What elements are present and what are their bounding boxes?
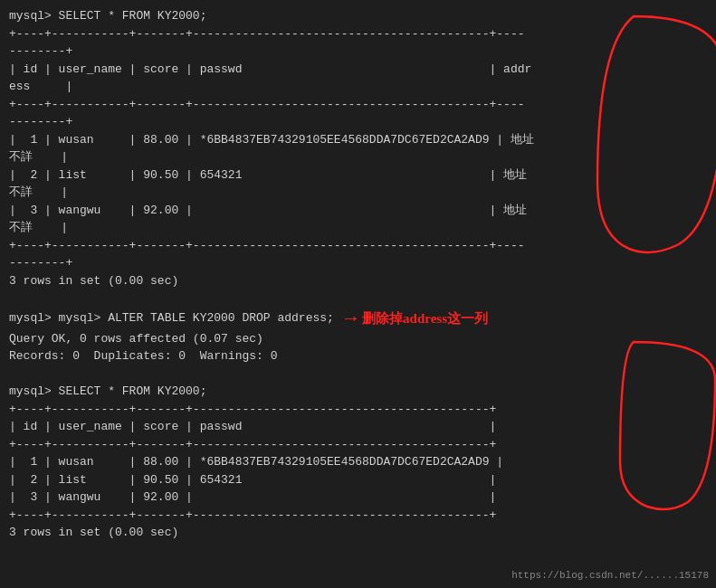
sep2-1: +----+-----------+-------+--------------… xyxy=(9,401,707,419)
annotation-arrow: → xyxy=(345,308,357,330)
line-15: --------+ xyxy=(9,254,707,272)
line-12: | 3 | wangwu | 92.00 | | 地址 xyxy=(9,202,707,220)
header2: | id | user_name | score | passwd | xyxy=(9,418,707,436)
line-blank1 xyxy=(9,289,707,308)
watermark: https://blog.csdn.net/......15178 xyxy=(511,570,709,581)
select2-cmd: mysql> SELECT * FROM KY2000; xyxy=(9,383,707,401)
line-blank2 xyxy=(9,365,707,384)
line-3: --------+ xyxy=(9,43,707,61)
row2-2: | 2 | list | 90.50 | 654321 | xyxy=(9,471,707,489)
sep2-3: +----+-----------+-------+--------------… xyxy=(9,507,707,525)
alter-cmd: mysql> mysql> ALTER TABLE KY2000 DROP ad… xyxy=(9,309,334,327)
terminal: mysql> SELECT * FROM KY2000; +----+-----… xyxy=(0,0,716,588)
line-1: mysql> SELECT * FROM KY2000; xyxy=(9,7,707,25)
query-ok: Query OK, 0 rows affected (0.07 sec) xyxy=(9,330,707,348)
line-9: 不詳 | xyxy=(9,148,707,166)
rows2-count: 3 rows in set (0.00 sec) xyxy=(9,524,707,542)
records-line: Records: 0 Duplicates: 0 Warnings: 0 xyxy=(9,347,707,365)
row2-3: | 3 | wangwu | 92.00 | | xyxy=(9,488,707,507)
annotation-text: 删除掉address这一列 xyxy=(362,310,488,327)
line-13: 不詳 | xyxy=(9,219,707,237)
line-14: +----+-----------+-------+--------------… xyxy=(9,237,707,255)
line-2: +----+-----------+-------+--------------… xyxy=(9,25,707,43)
row2-1: | 1 | wusan | 88.00 | *6BB4837EB74329105… xyxy=(9,453,707,471)
line-6: +----+-----------+-------+--------------… xyxy=(9,96,707,114)
sep2-2: +----+-----------+-------+--------------… xyxy=(9,436,707,454)
line-4: | id | user_name | score | passwd | addr xyxy=(9,61,707,79)
line-10: | 2 | list | 90.50 | 654321 | 地址 xyxy=(9,166,707,185)
line-7: --------+ xyxy=(9,113,707,131)
line-11: 不詳 | xyxy=(9,184,707,202)
line-16: 3 rows in set (0.00 sec) xyxy=(9,272,707,290)
line-5: ess | xyxy=(9,78,707,96)
line-8: | 1 | wusan | 88.00 | *6BB4837EB74329105… xyxy=(9,131,707,149)
